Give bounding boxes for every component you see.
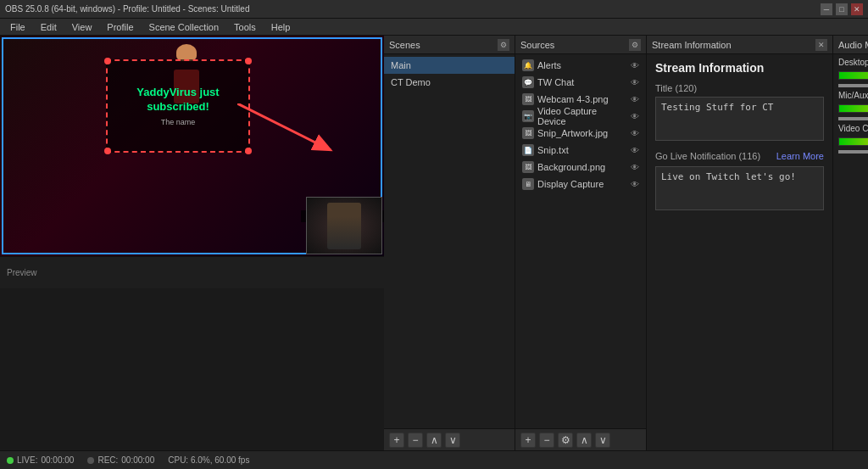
subscribe-sub: The name: [161, 118, 196, 126]
source-twchat[interactable]: 💬 TW Chat 👁: [515, 74, 646, 91]
video-capture-vol-fill: [838, 150, 868, 154]
scenes-panel-title: Scenes: [389, 40, 420, 50]
source-settings-button[interactable]: ⚙: [558, 433, 573, 448]
source-alerts-name: Alerts: [537, 60, 561, 70]
display-capture-icon: 🖥: [522, 178, 534, 190]
subscribe-box: YaddyVirus just subscribed! The name: [106, 59, 250, 153]
sources-footer: + − ⚙ ∧ ∨: [515, 428, 646, 450]
close-button[interactable]: ✕: [851, 3, 863, 15]
add-scene-button[interactable]: +: [389, 433, 404, 448]
mic-audio-meter: [838, 104, 868, 113]
video-capture-visibility[interactable]: 👁: [631, 112, 639, 121]
display-capture-visibility[interactable]: 👁: [631, 180, 639, 189]
preview-canvas: YaddyVirus just subscribed! The name n Y…: [0, 36, 384, 256]
mic-vol-slider[interactable]: [838, 117, 868, 120]
source-webcam[interactable]: 🖼 Webcam 4-3.png 👁: [515, 91, 646, 108]
sources-config-icon[interactable]: ⚙: [629, 39, 641, 51]
maximize-button[interactable]: □: [836, 3, 848, 15]
menu-view[interactable]: View: [65, 20, 99, 34]
move-scene-up-button[interactable]: ∧: [426, 433, 442, 448]
remove-scene-button[interactable]: −: [408, 433, 423, 448]
audio-track-mic: Mic/Aux 0.0 dB 🔊 ⚙: [838, 91, 868, 120]
scenes-list: Main CT Demo: [384, 54, 515, 428]
twchat-visibility[interactable]: 👁: [631, 78, 639, 87]
background-icon: 🖼: [522, 161, 534, 173]
move-scene-down-button[interactable]: ∨: [445, 433, 460, 448]
source-display-capture-name: Display Capture: [537, 179, 604, 189]
minimize-button[interactable]: ─: [821, 3, 832, 15]
snip-txt-icon: 📄: [522, 144, 534, 156]
source-snip-txt-name: Snip.txt: [537, 145, 569, 155]
video-capture-vol-slider[interactable]: [838, 150, 868, 154]
menu-tools[interactable]: Tools: [227, 20, 263, 34]
learn-more-link[interactable]: Learn More: [776, 151, 824, 161]
arrow-overlay: [237, 103, 339, 154]
menu-profile[interactable]: Profile: [100, 20, 140, 34]
desktop-audio-header: Desktop Audio 0.0 dB: [838, 58, 868, 67]
desktop-vol-slider[interactable]: [838, 84, 868, 87]
live-status: LIVE: 00:00:00: [7, 455, 74, 465]
alerts-visibility[interactable]: 👁: [631, 61, 639, 70]
scenes-panel: Scenes ⚙ Main CT Demo + − ∧ ∨: [384, 36, 515, 450]
scenes-panel-icons: ⚙: [498, 39, 509, 51]
snip-artwork-icon: 🖼: [522, 127, 534, 139]
source-snip-artwork[interactable]: 🖼 Snip_Artwork.jpg 👁: [515, 125, 646, 142]
alerts-icon: 🔔: [522, 59, 534, 71]
desktop-audio-fader: 🔊 ⚙: [838, 69, 868, 82]
stream-info-close-icon[interactable]: ✕: [815, 39, 827, 51]
sources-panel: Sources ⚙ 🔔 Alerts 👁 💬 TW Chat 👁: [515, 36, 647, 450]
menu-scene-collection[interactable]: Scene Collection: [142, 20, 226, 34]
source-video-capture-name: Video Capture Device: [537, 106, 627, 126]
sources-list: 🔔 Alerts 👁 💬 TW Chat 👁 🖼 Webcam 4-3.png …: [515, 54, 646, 428]
go-live-input[interactable]: [655, 166, 824, 210]
preview-thumbnail: [306, 197, 382, 254]
menu-edit[interactable]: Edit: [34, 20, 64, 34]
subscribe-text: YaddyVirus just subscribed!: [108, 86, 248, 114]
scenes-footer: + − ∧ ∨: [384, 428, 515, 450]
stream-info-header: Stream Information ✕: [647, 36, 832, 54]
audio-body: Desktop Audio 0.0 dB 🔊 ⚙: [833, 54, 868, 450]
title-bar: OBS 25.0.8 (64-bit, windows) - Profile: …: [0, 0, 868, 19]
sources-panel-header: Sources ⚙: [515, 36, 646, 54]
source-snip-txt[interactable]: 📄 Snip.txt 👁: [515, 142, 646, 159]
corner-tl: [104, 58, 111, 64]
background-visibility[interactable]: 👁: [631, 163, 639, 172]
svg-line-1: [237, 103, 331, 150]
remove-source-button[interactable]: −: [539, 433, 554, 448]
source-background[interactable]: 🖼 Background.png 👁: [515, 159, 646, 176]
scene-item-ct-demo[interactable]: CT Demo: [384, 74, 515, 91]
live-label: LIVE:: [17, 455, 37, 465]
char-head: [176, 44, 197, 61]
snip-artwork-visibility[interactable]: 👁: [631, 129, 639, 138]
preview-bottom: Preview: [0, 256, 384, 288]
source-alerts[interactable]: 🔔 Alerts 👁: [515, 57, 646, 74]
audio-track-video-capture: Video Capture Device 0.0 dB 🔊 ⚙: [838, 124, 868, 154]
scene-item-main[interactable]: Main: [384, 57, 515, 74]
menu-help[interactable]: Help: [264, 20, 298, 34]
source-webcam-name: Webcam 4-3.png: [537, 94, 609, 104]
scenes-config-icon[interactable]: ⚙: [498, 39, 509, 51]
video-capture-audio-name: Video Capture Device: [838, 124, 868, 133]
menu-file[interactable]: File: [3, 20, 32, 34]
video-capture-audio-header: Video Capture Device 0.0 dB: [838, 124, 868, 133]
stream-title-input[interactable]: [655, 97, 824, 141]
snip-txt-visibility[interactable]: 👁: [631, 146, 639, 155]
move-source-down-button[interactable]: ∨: [595, 433, 610, 448]
webcam-visibility[interactable]: 👁: [631, 95, 639, 104]
mic-audio-header: Mic/Aux 0.0 dB: [838, 91, 868, 100]
source-snip-artwork-name: Snip_Artwork.jpg: [537, 128, 608, 138]
app-window: OBS 25.0.8 (64-bit, windows) - Profile: …: [0, 0, 868, 469]
move-source-up-button[interactable]: ∧: [576, 433, 592, 448]
window-controls: ─ □ ✕: [821, 3, 863, 15]
bottom-panels: Scenes ⚙ Main CT Demo + − ∧ ∨: [384, 36, 868, 450]
audio-panel: Audio Mixer ⚙ Desktop Audio 0.0 dB: [833, 36, 868, 450]
desktop-audio-name: Desktop Audio: [838, 58, 868, 67]
title-field-label: Title (120): [655, 83, 824, 93]
stream-info-panel-title: Stream Information: [652, 40, 732, 50]
source-display-capture[interactable]: 🖥 Display Capture 👁: [515, 176, 646, 193]
add-source-button[interactable]: +: [520, 433, 536, 448]
live-time: 00:00:00: [41, 455, 74, 465]
desktop-vol-fill: [838, 84, 868, 87]
desktop-audio-meter: [838, 71, 868, 80]
source-video-capture[interactable]: 📷 Video Capture Device 👁: [515, 108, 646, 125]
